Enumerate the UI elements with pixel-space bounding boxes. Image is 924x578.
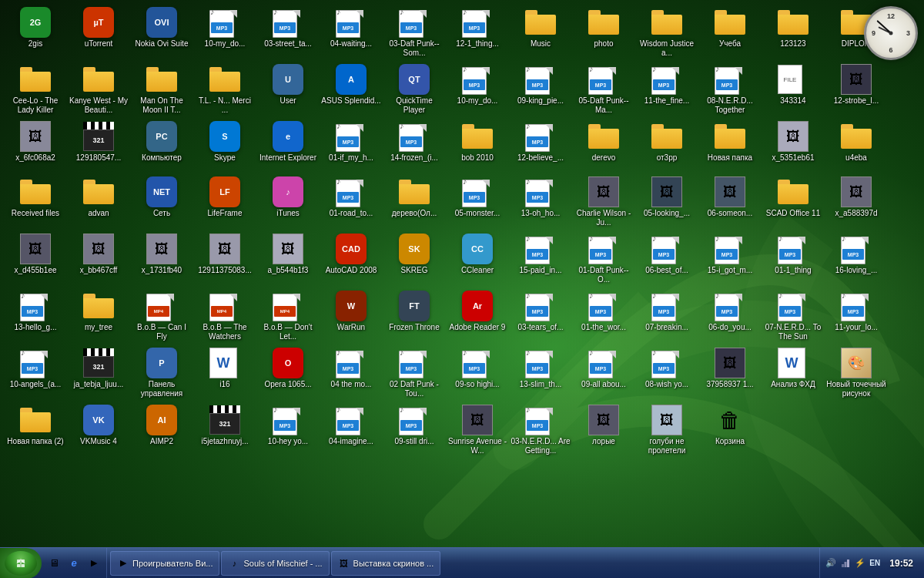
desktop-icon-folder-music[interactable]: Music (509, 4, 572, 61)
desktop-icon-mp3-15[interactable]: MP3 ♪ 05-monster... (446, 173, 509, 230)
desktop-icon-draw-new[interactable]: 🎨 Новый точечный рисунок (825, 344, 888, 402)
desktop-icon-aimp2[interactable]: AI AIMP2 (130, 402, 193, 459)
desktop-icon-mp3-8[interactable]: MP3 ♪ 05-Daft Punk--Ma... (572, 61, 635, 118)
media-quick-launch[interactable]: ▶ (85, 554, 103, 573)
desktop-icon-folder-mytree[interactable]: my_tree (67, 287, 130, 344)
desktop-icon-mp3-33[interactable]: MP3 ♪ 09-so highi... (446, 344, 509, 402)
desktop-icon-folder-u4eba[interactable]: u4eba (825, 118, 888, 173)
desktop-icon-ie[interactable]: e Internet Explorer (256, 118, 320, 173)
desktop-icon-recycle-goluby[interactable]: 🖼 голуби не пролетели (635, 402, 698, 459)
desktop-icon-frozen[interactable]: FT Frozen Throne (383, 287, 446, 344)
desktop-icon-mp3-34[interactable]: MP3 ♪ 13-slim_th... (509, 344, 572, 402)
desktop-icon-skype[interactable]: S Skype (193, 118, 256, 173)
tray-power[interactable]: ⚡ (854, 557, 866, 570)
desktop-icon-folder-received[interactable]: Received files (4, 173, 67, 230)
desktop-icon-mp3-17[interactable]: MP3 ♪ 15-paid_in... (509, 230, 572, 287)
desktop-icon-mp3-29[interactable]: MP3 ♪ 11-your_lo... (825, 287, 888, 344)
desktop-icon-mp3-3[interactable]: MP3 ♪ 04-waiting... (320, 4, 383, 61)
desktop-icon-folder-novaya[interactable]: Новая папка (698, 118, 762, 173)
desktop-icon-mp3-37[interactable]: MP3 ♪ 10-hey yo... (256, 402, 320, 459)
desktop-icon-folder-photo[interactable]: photo (572, 4, 635, 61)
taskbar-souls[interactable]: ♪ Souls of Mischief - ... (221, 551, 329, 576)
tray-network[interactable] (839, 557, 852, 570)
desktop-icon-folder-novaya2[interactable]: Новая папка (2) (4, 402, 67, 459)
desktop-icon-folder-tl[interactable]: T.L. - N... Merci ... (193, 61, 256, 118)
desktop-icon-photo-1291[interactable]: 🖼 12911375083... (193, 230, 256, 287)
desktop-icon-folder-moon[interactable]: Man On The Moon II T... (130, 61, 193, 118)
desktop-icon-itunes[interactable]: ♪ iTunes (256, 173, 320, 230)
desktop-icon-user[interactable]: U User (256, 61, 320, 118)
desktop-icon-folder-ot3rp[interactable]: от3рр (635, 118, 698, 173)
desktop-icon-asus[interactable]: A ASUS Splendid... (320, 61, 383, 118)
desktop-icon-photo-someone[interactable]: 🖼 06-someon... (698, 173, 762, 230)
desktop-icon-nokia-ovi[interactable]: OVI Nokia Ovi Suite (130, 4, 193, 61)
desktop-icon-mp3-39[interactable]: MP3 ♪ 09-still dri... (383, 402, 446, 459)
desktop-icon-photo-bb46[interactable]: 🖼 x_bb467cff (67, 230, 130, 287)
desktop-icon-mp3-24[interactable]: MP3 ♪ 03-tears_of... (509, 287, 572, 344)
desktop-icon-mp3-13[interactable]: MP3 ♪ 12-believe_... (509, 118, 572, 173)
desktop-icon-komputer[interactable]: PC Компьютер (130, 118, 193, 173)
desktop-icon-mp3-2[interactable]: MP3 ♪ 03-street_ta... (256, 4, 320, 61)
desktop-icon-folder-derevo2[interactable]: дерево(Ол... (383, 173, 446, 230)
desktop-icon-photo-a588[interactable]: 🖼 x_a588397d (825, 173, 888, 230)
desktop-icon-mp3-11[interactable]: MP3 ♪ 01-if_my_h... (320, 118, 383, 173)
desktop-icon-photo-b544[interactable]: 🖼 a_b544b1f3 (256, 230, 320, 287)
desktop-icon-mp3-36[interactable]: MP3 ♪ 08-wish yo... (635, 344, 698, 402)
desktop-icon-mp3-18[interactable]: MP3 ♪ 01-Daft Punk--O... (572, 230, 635, 287)
desktop-icon-mp3-9[interactable]: MP3 ♪ 11-the_fine... (635, 61, 698, 118)
desktop-icon-mp3-10[interactable]: MP3 ♪ 08-N.E.R.D... Together (698, 61, 762, 118)
desktop-icon-clap-ja[interactable]: 321 ja_tebja_ljuu... (67, 344, 130, 402)
desktop-icon-mp4-bob2[interactable]: MP4 B.o.B — The Watchers (193, 287, 256, 344)
desktop-icon-quicktime[interactable]: QT QuickTime Player (383, 61, 446, 118)
desktop-icon-clap-15[interactable]: 321 i5jetazhnuyj... (193, 402, 256, 459)
desktop-icon-set[interactable]: NET Сеть (130, 173, 193, 230)
desktop-icon-mp4-bob3[interactable]: MP4 B.o.B — Don't Let... (256, 287, 320, 344)
desktop-icon-folder-123123[interactable]: 123123 (762, 4, 825, 61)
desktop-icon-photo-sunrise[interactable]: 🖼 Sunrise Avenue - W... (446, 402, 509, 459)
desktop-icon-mp4-bob1[interactable]: MP4 B.o.B — Can I Fly (130, 287, 193, 344)
desktop-icon-mp3-4[interactable]: MP3 ♪ 03-Daft Punk--Som... (383, 4, 446, 61)
desktop-icon-2gis[interactable]: 2G 2gis (4, 4, 67, 61)
desktop-icon-mp3-30[interactable]: MP3 ♪ 10-angels_(a... (4, 344, 67, 402)
desktop-icon-utorrent[interactable]: µT uTorrent (67, 4, 130, 61)
desktop-icon-folder-derevo[interactable]: derevo (572, 118, 635, 173)
desktop-icon-mp3-1[interactable]: MP3 ♪ 10-my_do... (193, 4, 256, 61)
desktop-icon-mp3-20[interactable]: MP3 ♪ 15-i_got_m... (698, 230, 762, 287)
desktop-icon-folder-advan[interactable]: advan (67, 173, 130, 230)
desktop-icon-mp3-38[interactable]: MP3 ♪ 04-imagine... (320, 402, 383, 459)
desktop-icon-mp3-12[interactable]: MP3 ♪ 14-frozen_(i... (383, 118, 446, 173)
desktop-icon-mp3-19[interactable]: MP3 ♪ 06-best_of... (635, 230, 698, 287)
tray-speaker[interactable]: 🔊 (825, 557, 837, 570)
desktop-icon-photo-6fc[interactable]: 🖼 x_6fc068a2 (4, 118, 67, 173)
desktop-icon-folder-bob2010[interactable]: bob 2010 (446, 118, 509, 173)
desktop-icon-ccleaner[interactable]: CC CCleaner (446, 230, 509, 287)
desktop-icon-mp3-14[interactable]: MP3 ♪ 01-road_to... (320, 173, 383, 230)
desktop-icon-autocad[interactable]: CAD AutoCAD 2008 (320, 230, 383, 287)
desktop-icon-photo-12[interactable]: 🖼 12-strobe_l... (825, 61, 888, 118)
desktop-icon-photo-looking[interactable]: 🖼 05-looking_... (635, 173, 698, 230)
desktop-icon-clap-129[interactable]: 321 129180547... (67, 118, 130, 173)
desktop-icon-photo-d455[interactable]: 🖼 x_d455b1ee (4, 230, 67, 287)
desktop-icon-panel[interactable]: P Панель управления (130, 344, 193, 402)
desktop-icon-adobe[interactable]: Ar Adobe Reader 9 (446, 287, 509, 344)
taskbar-player[interactable]: ▶ Проигрыватель Ви... (110, 551, 219, 576)
show-desktop-quick[interactable]: 🖥 (45, 554, 63, 573)
desktop-icon-mp3-16[interactable]: MP3 ♪ 13-oh_ho... (509, 173, 572, 230)
desktop-icon-vkmusic[interactable]: VK VKMusic 4 (67, 402, 130, 459)
desktop-icon-folder-kanye[interactable]: Kanye West - My Beauti... (67, 61, 130, 118)
desktop-icon-warrun[interactable]: W WarRun (320, 287, 383, 344)
desktop-icon-mp3-35[interactable]: MP3 ♪ 09-all abou... (572, 344, 635, 402)
desktop-icon-mp3-28[interactable]: MP3 ♪ 07-N.E.R.D... To The Sun (762, 287, 825, 344)
desktop-icon-opera[interactable]: O Opera 1065... (256, 344, 320, 402)
desktop-icon-folder-ucheba[interactable]: Учеба (698, 4, 762, 61)
desktop-icon-mp3-6[interactable]: MP3 ♪ 10-my_do... (446, 61, 509, 118)
desktop-icon-photo-37958[interactable]: 🖼 37958937 1... (698, 344, 762, 402)
start-button[interactable] (0, 548, 42, 579)
desktop-icon-mp3-7[interactable]: MP3 ♪ 09-king_pie... (509, 61, 572, 118)
desktop-icon-mp3-23[interactable]: MP3 ♪ 13-hello_g... (4, 287, 67, 344)
desktop-icon-i16[interactable]: W i16 (193, 344, 256, 402)
desktop-icon-recycle[interactable]: 🗑 Корзина (698, 402, 762, 459)
desktop-icon-mp3-22[interactable]: MP3 ♪ 16-loving_... (825, 230, 888, 287)
desktop-icon-photo-charlie[interactable]: 🖼 Charlie Wilson - Ju... (572, 173, 635, 230)
desktop-icon-file-343314[interactable]: FILE 343314 (762, 61, 825, 118)
